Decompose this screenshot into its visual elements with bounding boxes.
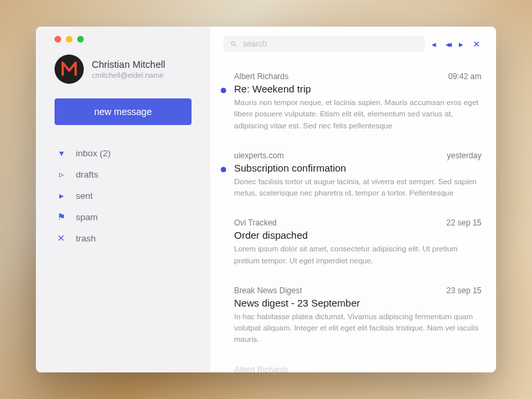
message-list: Albert Richards 09:42 am Re: Weekend tri…	[210, 59, 496, 372]
caret-right-icon: ▸	[57, 190, 65, 201]
x-icon: ✕	[57, 233, 65, 243]
folder-spam[interactable]: ⚑ spam	[55, 206, 192, 227]
message-time: 23 sep 15	[446, 286, 481, 295]
caret-right-outline-icon: ▹	[57, 169, 65, 180]
folder-label: sent	[76, 191, 93, 201]
folder-trash[interactable]: ✕ trash	[55, 227, 192, 249]
flag-icon: ⚑	[57, 211, 65, 222]
new-message-button[interactable]: new message	[55, 98, 192, 125]
message-from: Break News Digest	[234, 286, 302, 295]
message-item[interactable]: Albert Richards	[210, 355, 496, 373]
folder-label: inbox (2)	[76, 148, 111, 158]
message-time: 09:42 am	[448, 72, 481, 81]
search-input[interactable]	[243, 39, 418, 49]
message-time: yesterday	[447, 151, 481, 160]
message-subject: Order dispached	[234, 229, 481, 241]
message-from: Albert Richards	[234, 72, 289, 81]
zoom-window-icon[interactable]	[77, 36, 84, 43]
message-item[interactable]: uiexperts.com yesterday Subscription con…	[210, 141, 496, 209]
message-item[interactable]: Albert Richards 09:42 am Re: Weekend tri…	[210, 63, 496, 141]
window-controls	[55, 36, 192, 43]
message-preview: Donec facilisis tortor ut augue lacinia,…	[234, 176, 481, 200]
folder-label: spam	[76, 212, 98, 222]
search-icon	[230, 40, 237, 48]
profile-name: Christian Mitchell	[92, 59, 165, 70]
folder-sent[interactable]: ▸ sent	[55, 185, 192, 206]
unread-dot-icon	[221, 88, 226, 93]
prev-icon[interactable]: ◂	[432, 39, 436, 49]
folder-inbox[interactable]: ▾ inbox (2)	[55, 142, 192, 164]
message-preview: Lorem ipsum dolor sit amet, consectetur …	[234, 243, 481, 267]
message-item[interactable]: Ovi Tracked 22 sep 15 Order dispached Lo…	[210, 208, 496, 276]
rewind-icon[interactable]: ◂◂	[446, 39, 450, 49]
close-icon[interactable]: ✕	[473, 39, 480, 49]
folder-label: drafts	[76, 170, 98, 180]
message-from: Albert Richards	[234, 365, 289, 373]
message-from: Ovi Tracked	[234, 218, 277, 227]
message-preview: In hac habitasse platea dictumst. Vivamu…	[234, 311, 481, 346]
avatar-m-icon	[61, 61, 78, 78]
next-icon[interactable]: ▸	[459, 39, 464, 49]
svg-point-0	[231, 41, 235, 45]
close-window-icon[interactable]	[55, 36, 61, 43]
caret-down-icon: ▾	[57, 148, 65, 158]
main-panel: ◂ ◂◂ ▸ ✕ Albert Richards 09:42 am Re: We…	[210, 27, 496, 372]
message-from: uiexperts.com	[234, 151, 284, 160]
folder-drafts[interactable]: ▹ drafts	[55, 164, 192, 185]
minimize-window-icon[interactable]	[66, 36, 72, 43]
sidebar: Christian Mitchell cmitchell@eidel.name …	[36, 27, 210, 372]
message-preview: Mauris non tempor neque, et lacinia sapi…	[234, 97, 481, 132]
folder-label: trash	[76, 233, 96, 243]
profile: Christian Mitchell cmitchell@eidel.name	[55, 55, 192, 84]
toolbar-nav: ◂ ◂◂ ▸ ✕	[432, 39, 483, 49]
avatar[interactable]	[55, 55, 84, 84]
toolbar: ◂ ◂◂ ▸ ✕	[210, 27, 496, 59]
profile-email: cmitchell@eidel.name	[92, 71, 165, 79]
search-field[interactable]	[223, 36, 425, 52]
message-time: 22 sep 15	[446, 218, 481, 227]
svg-line-1	[235, 45, 237, 47]
unread-dot-icon	[221, 167, 226, 172]
mail-window: Christian Mitchell cmitchell@eidel.name …	[36, 27, 496, 372]
folder-list: ▾ inbox (2) ▹ drafts ▸ sent ⚑ spam ✕ tra…	[55, 142, 192, 249]
message-item[interactable]: Break News Digest 23 sep 15 News digest …	[210, 276, 496, 355]
message-subject: Subscription confirmation	[234, 162, 481, 174]
message-subject: News digest - 23 September	[234, 297, 481, 309]
message-subject: Re: Weekend trip	[234, 83, 481, 94]
